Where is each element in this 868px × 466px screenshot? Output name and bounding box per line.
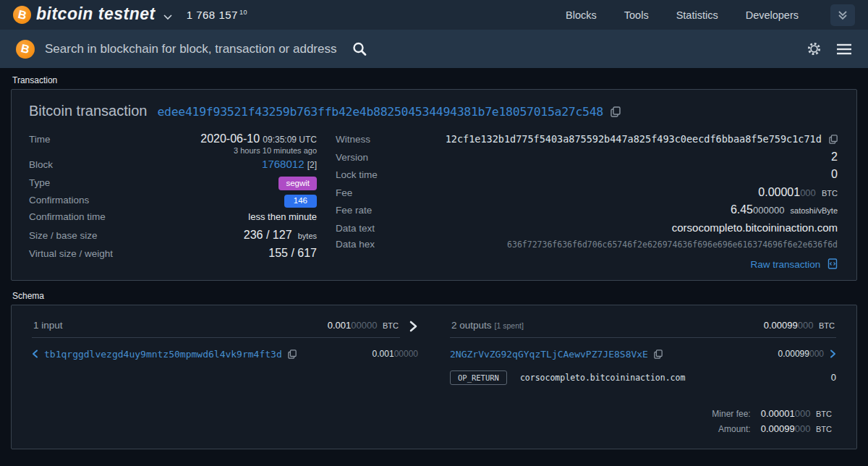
output-row-2: OP_RETURN corsocompleto.bitcoininaction.… bbox=[450, 370, 836, 385]
input-address-link[interactable]: tb1qrggdlvezgd4uy9mntz50mpmwd6l4vk9rm4ft… bbox=[44, 349, 282, 360]
main-content: Transaction Bitcoin transaction edee419f… bbox=[0, 68, 868, 449]
details-right-column: Witness 12cf1e132b1d775f5403a875592b447a… bbox=[336, 131, 838, 270]
inputs-header: 1 input 0.00100000 BTC bbox=[32, 315, 418, 338]
output-spent-chevron-icon[interactable] bbox=[830, 350, 836, 358]
detail-row-confirmation-time: Confirmation time less then minute bbox=[29, 210, 317, 228]
op-return-badge: OP_RETURN bbox=[450, 370, 507, 385]
fee-rate-value: 6.45000000 satoshi/vByte bbox=[731, 203, 838, 216]
detail-row-time: Time 2020-06-10 09:35:09 UTC 3 hours 10 … bbox=[29, 131, 317, 156]
detail-row-size: Size / base size 236 / 127 bytes bbox=[29, 227, 317, 245]
nav-item-statistics[interactable]: Statistics bbox=[676, 9, 718, 21]
copy-input-address-icon[interactable] bbox=[288, 350, 297, 359]
miner-fee-row: Miner fee: 0.00001000 BTC bbox=[712, 408, 832, 419]
outputs-header: 2 outputs[1 spent] 0.00099000 BTC bbox=[450, 315, 836, 338]
detail-row-version: Version 2 bbox=[336, 149, 838, 167]
inputs-column: 1 input 0.00100000 BTC tb1qrggdlvezgd bbox=[32, 315, 418, 385]
input-row: tb1qrggdlvezgd4uy9mntz50mpmwd6l4vk9rm4ft… bbox=[32, 349, 418, 360]
output-amount: 0.00099000 bbox=[778, 349, 824, 359]
amount-value: 0.00099000 BTC bbox=[761, 423, 832, 434]
block-height-value: 1 768 157 bbox=[187, 9, 238, 21]
search-bar: B bbox=[0, 30, 868, 68]
op-return-amount: 0 bbox=[831, 372, 836, 383]
chevron-down-icon bbox=[163, 14, 172, 20]
page-title: Bitcoin transaction bbox=[29, 103, 147, 119]
nav-item-tools[interactable]: Tools bbox=[624, 9, 649, 21]
inputs-to-outputs-arrow-icon bbox=[409, 321, 418, 332]
detail-row-confirmations: Confirmations 146 bbox=[29, 192, 317, 210]
confirmations-badge: 146 bbox=[284, 195, 317, 208]
brand-title: bitcoin testnet bbox=[36, 4, 156, 25]
raw-transaction-row: Raw transaction bbox=[336, 258, 838, 270]
size-unit: bytes bbox=[298, 232, 317, 240]
schema-summary: Miner fee: 0.00001000 BTC Amount: 0.0009… bbox=[32, 408, 836, 434]
inputs-total: 0.00100000 BTC bbox=[328, 320, 399, 331]
settings-gear-icon[interactable] bbox=[807, 41, 822, 56]
input-prev-tx-chevron-icon[interactable] bbox=[32, 350, 38, 358]
input-amount: 0.00100000 bbox=[373, 349, 418, 359]
detail-row-data-text: Data text corsocompleto.bitcoininaction.… bbox=[336, 220, 838, 238]
breadcrumb: Transaction bbox=[12, 75, 857, 85]
outputs-title: 2 outputs[1 spent] bbox=[451, 320, 524, 331]
raw-transaction-link[interactable]: Raw transaction bbox=[750, 259, 820, 270]
transaction-title-row: Bitcoin transaction edee419f93521f43259b… bbox=[29, 103, 838, 119]
detail-row-vsize: Virtual size / weight 155 / 617 bbox=[29, 245, 317, 263]
vsize-value: 155 / 617 bbox=[268, 247, 317, 260]
amount-row: Amount: 0.00099000 BTC bbox=[718, 423, 832, 434]
output-row-1: 2NGZrVvZG92qGYqzTLjCAewvPZ7JE8S8VxE 0.00… bbox=[450, 349, 836, 360]
block-height-mempool-count: 10 bbox=[239, 9, 247, 16]
lock-time-value: 0 bbox=[831, 168, 838, 181]
version-value: 2 bbox=[831, 151, 838, 164]
outputs-spent-count: [1 spent] bbox=[495, 321, 524, 330]
details-left-column: Time 2020-06-10 09:35:09 UTC 3 hours 10 … bbox=[29, 131, 317, 270]
transaction-details: Time 2020-06-10 09:35:09 UTC 3 hours 10 … bbox=[29, 131, 838, 270]
time-ago: 3 hours 10 minutes ago bbox=[200, 146, 317, 155]
data-hex-value: 636f72736f636f6d706c65746f2e626974636f69… bbox=[507, 240, 838, 250]
detail-row-fee: Fee 0.00001000 BTC bbox=[336, 185, 838, 203]
fee-value: 0.00001000 BTC bbox=[758, 186, 838, 199]
output-address-link[interactable]: 2NGZrVvZG92qGYqzTLjCAewvPZ7JE8S8VxE bbox=[450, 349, 648, 360]
outputs-column: 2 outputs[1 spent] 0.00099000 BTC 2NGZrV… bbox=[450, 315, 836, 385]
size-value: 236 / 127 bbox=[244, 229, 292, 241]
block-tx-index: [2] bbox=[307, 160, 317, 170]
detail-row-witness: Witness 12cf1e132b1d775f5403a875592b447a… bbox=[336, 131, 838, 149]
main-navigation: Blocks Tools Statistics Developers bbox=[566, 4, 855, 26]
detail-row-fee-rate: Fee rate 6.45000000 satoshi/vByte bbox=[336, 202, 838, 220]
detail-row-data-hex: Data hex 636f72736f636f6d706c65746f2e626… bbox=[336, 237, 838, 255]
confirmation-time-value: less then minute bbox=[248, 211, 317, 222]
double-chevron-down-icon[interactable] bbox=[830, 4, 855, 26]
op-return-text: corsocompleto.bitcoininaction.com bbox=[520, 373, 685, 383]
block-link[interactable]: 1768012 bbox=[262, 158, 304, 170]
search-input[interactable] bbox=[45, 42, 340, 56]
nav-item-developers[interactable]: Developers bbox=[746, 9, 799, 21]
nav-item-blocks[interactable]: Blocks bbox=[566, 9, 597, 21]
schema-card: 1 input 0.00100000 BTC tb1qrggdlvezgd bbox=[11, 305, 857, 449]
searchbar-right-icons bbox=[807, 41, 852, 56]
menu-hamburger-icon[interactable] bbox=[836, 43, 852, 56]
outputs-total: 0.00099000 BTC bbox=[764, 320, 835, 331]
witness-value: 12cf1e132b1d775f5403a875592b447a825f493c… bbox=[446, 133, 822, 145]
copy-output-address-icon[interactable] bbox=[654, 350, 663, 359]
brand-home-link[interactable]: B bitcoin testnet bbox=[13, 4, 172, 25]
transaction-card: Bitcoin transaction edee419f93521f43259b… bbox=[11, 89, 857, 281]
detail-row-block: Block 1768012 [2] bbox=[29, 156, 317, 174]
detail-row-locktime: Lock time 0 bbox=[336, 166, 838, 185]
block-height-indicator[interactable]: 1 768 15710 bbox=[187, 9, 247, 21]
miner-fee-value: 0.00001000 BTC bbox=[761, 408, 832, 419]
segwit-badge: segwit bbox=[278, 177, 317, 190]
bitcoin-search-icon: B bbox=[16, 40, 35, 59]
search-icon[interactable] bbox=[352, 41, 367, 57]
bitcoin-logo-icon: B bbox=[13, 6, 31, 24]
time-date: 2020-06-10 bbox=[200, 132, 260, 145]
inputs-title: 1 input bbox=[33, 320, 63, 331]
copy-hash-icon[interactable] bbox=[610, 106, 621, 117]
copy-witness-icon[interactable] bbox=[829, 135, 838, 144]
transaction-hash[interactable]: edee419f93521f43259b763ffb42e4b882504534… bbox=[157, 105, 603, 119]
data-text-value: corsocompleto.bitcoininaction.com bbox=[672, 221, 838, 234]
raw-transaction-file-icon[interactable] bbox=[827, 258, 838, 269]
time-clock: 09:35:09 UTC bbox=[263, 135, 317, 145]
schema-section-label: Schema bbox=[12, 291, 857, 301]
top-navigation-bar: B bitcoin testnet 1 768 15710 Blocks Too… bbox=[0, 0, 868, 30]
detail-row-type: Type segwit bbox=[29, 174, 317, 192]
